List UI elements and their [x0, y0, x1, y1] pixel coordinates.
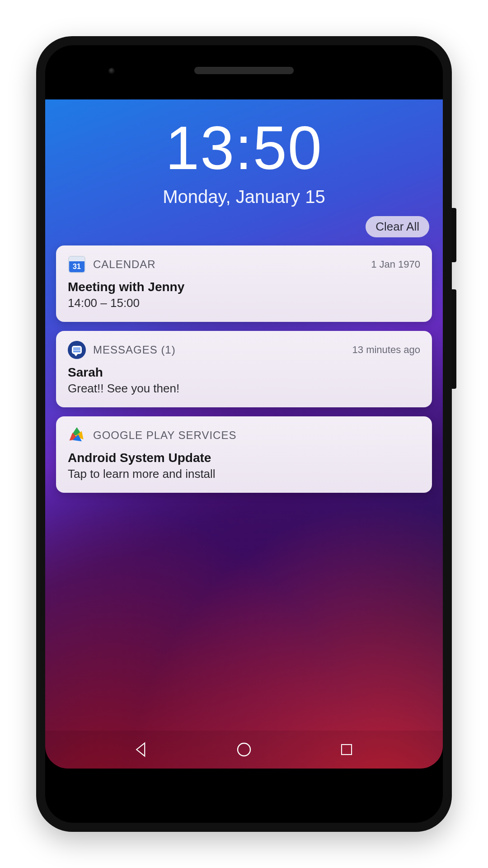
- svg-point-0: [238, 743, 250, 756]
- stage: 13:50 Monday, January 15 Clear All 31: [0, 0, 488, 868]
- front-camera: [108, 68, 115, 74]
- notification-app-name: MESSAGES (1): [93, 344, 176, 356]
- phone-frame: 13:50 Monday, January 15 Clear All 31: [36, 36, 452, 832]
- square-icon: [339, 742, 354, 757]
- clear-all-button[interactable]: Clear All: [366, 216, 429, 237]
- back-icon: [133, 741, 150, 758]
- play-services-icon: [68, 426, 86, 444]
- notification-header: GOOGLE PLAY SERVICES: [68, 426, 420, 444]
- notification-title: Android System Update: [68, 451, 420, 465]
- circle-icon: [235, 741, 253, 759]
- notification-body: Tap to learn more and install: [68, 467, 420, 481]
- notification-timestamp: 1 Jan 1970: [371, 259, 420, 270]
- notification-timestamp: 13 minutes ago: [352, 344, 420, 356]
- clear-all-row: Clear All: [45, 216, 443, 237]
- lock-screen[interactable]: 13:50 Monday, January 15 Clear All 31: [45, 99, 443, 769]
- messages-icon: [68, 341, 86, 359]
- notification-app-name: CALENDAR: [93, 258, 156, 271]
- clock-time: 13:50: [45, 118, 443, 179]
- notification-title: Meeting with Jenny: [68, 280, 420, 294]
- recents-button[interactable]: [336, 739, 357, 760]
- back-button[interactable]: [131, 739, 152, 760]
- volume-button: [452, 289, 456, 389]
- calendar-icon: 31: [68, 255, 86, 274]
- power-button: [452, 208, 456, 262]
- navigation-bar: [45, 731, 443, 769]
- notification-app-name: GOOGLE PLAY SERVICES: [93, 429, 236, 442]
- home-button[interactable]: [234, 739, 254, 760]
- phone-bezel: 13:50 Monday, January 15 Clear All 31: [45, 45, 443, 823]
- notification-card[interactable]: 31 CALENDAR 1 Jan 1970 Meeting with Jenn…: [56, 245, 432, 322]
- svg-rect-1: [342, 745, 352, 755]
- notification-list: 31 CALENDAR 1 Jan 1970 Meeting with Jenn…: [45, 237, 443, 493]
- clock-date: Monday, January 15: [45, 187, 443, 207]
- notification-card[interactable]: GOOGLE PLAY SERVICES Android System Upda…: [56, 416, 432, 493]
- notification-header: MESSAGES (1) 13 minutes ago: [68, 341, 420, 359]
- notification-card[interactable]: MESSAGES (1) 13 minutes ago Sarah Great!…: [56, 331, 432, 407]
- earpiece-speaker: [194, 67, 294, 74]
- calendar-icon-day: 31: [69, 261, 84, 272]
- notification-header: 31 CALENDAR 1 Jan 1970: [68, 255, 420, 274]
- notification-body: 14:00 – 15:00: [68, 296, 420, 310]
- notification-title: Sarah: [68, 365, 420, 380]
- notification-body: Great!! See you then!: [68, 382, 420, 396]
